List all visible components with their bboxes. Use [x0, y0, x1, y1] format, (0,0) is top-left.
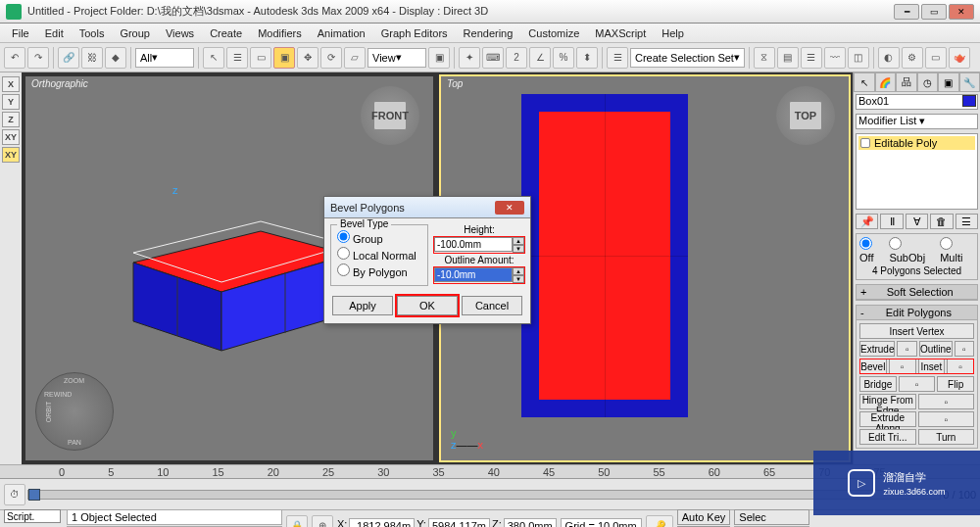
- coord-z-field[interactable]: 380.0mm: [504, 518, 557, 528]
- rectangular-region-button[interactable]: ▭: [250, 47, 271, 69]
- hinge-button[interactable]: Hinge From Edge: [859, 394, 916, 409]
- link-button[interactable]: 🔗: [58, 47, 79, 69]
- menu-graph-editors[interactable]: Graph Editors: [373, 25, 456, 41]
- render-setup-button[interactable]: ⚙: [902, 47, 923, 69]
- outline-up-icon[interactable]: ▲: [513, 267, 524, 275]
- height-spinner[interactable]: ▲▼: [434, 237, 524, 253]
- cancel-button[interactable]: Cancel: [462, 296, 522, 315]
- edit-tri-button[interactable]: Edit Tri...: [859, 429, 916, 445]
- hierarchy-tab-icon[interactable]: 品: [896, 72, 917, 92]
- bevel-type-group-radio[interactable]: Group: [337, 229, 421, 246]
- extrude-spline-button[interactable]: Extrude Along Spline: [859, 411, 916, 427]
- align-button[interactable]: ▤: [777, 47, 799, 69]
- outline-down-icon[interactable]: ▼: [513, 275, 524, 283]
- menu-edit[interactable]: Edit: [37, 25, 72, 41]
- display-tab-icon[interactable]: ▣: [938, 72, 959, 92]
- flip-button[interactable]: Flip: [937, 376, 974, 392]
- mirror-button[interactable]: ⧖: [754, 47, 775, 69]
- abs-transform-button[interactable]: ⊕: [312, 515, 333, 528]
- height-down-icon[interactable]: ▼: [513, 245, 524, 253]
- select-object-button[interactable]: ↖: [203, 47, 224, 69]
- inset-button[interactable]: Inset: [918, 359, 946, 374]
- coord-x-field[interactable]: -1812.984m: [349, 518, 415, 528]
- rendered-frame-button[interactable]: ▭: [925, 47, 947, 69]
- time-slider-knob[interactable]: [28, 489, 40, 501]
- menu-file[interactable]: File: [4, 25, 37, 41]
- steering-wheel[interactable]: ZOOM REWIND ORBIT PAN: [35, 372, 114, 451]
- inset-settings-button[interactable]: ▫: [947, 359, 974, 374]
- modifier-stack[interactable]: Editable Poly: [856, 133, 978, 210]
- percent-snap-button[interactable]: %: [553, 47, 574, 69]
- named-selection-dropdown[interactable]: Create Selection Set ▾: [630, 48, 745, 68]
- maximize-button[interactable]: ▭: [921, 4, 947, 20]
- undo-button[interactable]: ↶: [4, 47, 25, 69]
- configure-button[interactable]: ☰: [956, 214, 978, 229]
- time-config-button[interactable]: ⏱: [4, 484, 25, 505]
- material-editor-button[interactable]: ◐: [878, 47, 900, 69]
- select-move-button[interactable]: ✥: [297, 47, 318, 69]
- redo-button[interactable]: ↷: [27, 47, 49, 69]
- selection-lock-button[interactable]: Selec: [734, 509, 809, 525]
- axis-x-button[interactable]: X: [2, 76, 20, 92]
- axis-xy-button[interactable]: XY: [2, 129, 20, 145]
- bevel-type-local-normal-radio[interactable]: Local Normal: [337, 246, 421, 263]
- select-scale-button[interactable]: ▱: [344, 47, 366, 69]
- extrude-spline-settings-button[interactable]: ▫: [918, 411, 975, 427]
- coord-y-field[interactable]: 5984.117m: [428, 518, 490, 528]
- make-unique-button[interactable]: ∀: [906, 214, 928, 229]
- bevel-button[interactable]: Bevel: [859, 359, 887, 374]
- stack-item-editable-poly[interactable]: Editable Poly: [874, 137, 937, 149]
- object-color-swatch[interactable]: [962, 95, 976, 107]
- apply-button[interactable]: Apply: [332, 296, 393, 315]
- menu-maxscript[interactable]: MAXScript: [587, 25, 654, 41]
- menu-rendering[interactable]: Rendering: [456, 25, 521, 41]
- outline-spinner[interactable]: ▲▼: [434, 267, 524, 283]
- menu-create[interactable]: Create: [202, 25, 250, 41]
- menu-help[interactable]: Help: [654, 25, 692, 41]
- manipulate-button[interactable]: ✦: [459, 47, 480, 69]
- menu-tools[interactable]: Tools: [72, 25, 113, 41]
- dialog-close-button[interactable]: ✕: [495, 201, 524, 215]
- ref-coord-dropdown[interactable]: View ▾: [368, 48, 426, 68]
- height-input[interactable]: [434, 237, 513, 252]
- bridge-settings-button[interactable]: ▫: [899, 376, 936, 392]
- remove-mod-button[interactable]: 🗑: [930, 214, 953, 229]
- menu-group[interactable]: Group: [112, 25, 158, 41]
- use-center-button[interactable]: ▣: [428, 47, 450, 69]
- outline-input[interactable]: [434, 267, 513, 282]
- lock-button[interactable]: 🔒: [286, 515, 308, 528]
- axis-y-button[interactable]: Y: [2, 94, 20, 110]
- maxscript-listener[interactable]: Script.: [4, 509, 61, 523]
- window-crossing-button[interactable]: ▣: [273, 47, 295, 69]
- pin-stack-button[interactable]: 📌: [856, 214, 878, 229]
- close-button[interactable]: ✕: [949, 4, 974, 20]
- unlink-button[interactable]: ⛓: [81, 47, 103, 69]
- turn-button[interactable]: Turn: [918, 429, 975, 445]
- render-button[interactable]: 🫖: [949, 47, 970, 69]
- spinner-snap-button[interactable]: ⬍: [576, 47, 598, 69]
- hinge-settings-button[interactable]: ▫: [918, 394, 975, 409]
- edit-named-sel-button[interactable]: ☰: [607, 47, 628, 69]
- layers-button[interactable]: ☰: [801, 47, 822, 69]
- auto-key-button[interactable]: Auto Key: [677, 509, 731, 525]
- extrude-settings-button[interactable]: ▫: [897, 341, 916, 357]
- menu-animation[interactable]: Animation: [310, 25, 373, 41]
- bevel-type-by-polygon-radio[interactable]: By Polygon: [337, 263, 421, 279]
- height-up-icon[interactable]: ▲: [513, 237, 524, 245]
- schematic-button[interactable]: ◫: [848, 47, 869, 69]
- viewcube-right[interactable]: TOP: [776, 86, 835, 145]
- object-name-field[interactable]: Box01: [856, 94, 978, 110]
- axis-xy2-button[interactable]: XY: [2, 147, 20, 163]
- time-slider[interactable]: [27, 490, 941, 500]
- viewcube-left[interactable]: FRONT: [361, 86, 419, 145]
- key-button[interactable]: 🔑: [646, 515, 673, 528]
- bind-button[interactable]: ◆: [105, 47, 126, 69]
- keyboard-shortcut-button[interactable]: ⌨: [482, 47, 504, 69]
- soft-selection-rollout[interactable]: +Soft Selection: [856, 284, 978, 301]
- modify-tab-icon[interactable]: 🌈: [875, 72, 897, 92]
- menu-customize[interactable]: Customize: [520, 25, 587, 41]
- modifier-list-dropdown[interactable]: Modifier List ▾: [856, 114, 978, 129]
- minimize-button[interactable]: ━: [894, 4, 919, 20]
- outline-settings-button[interactable]: ▫: [955, 341, 974, 357]
- bevel-settings-button[interactable]: ▫: [889, 359, 916, 374]
